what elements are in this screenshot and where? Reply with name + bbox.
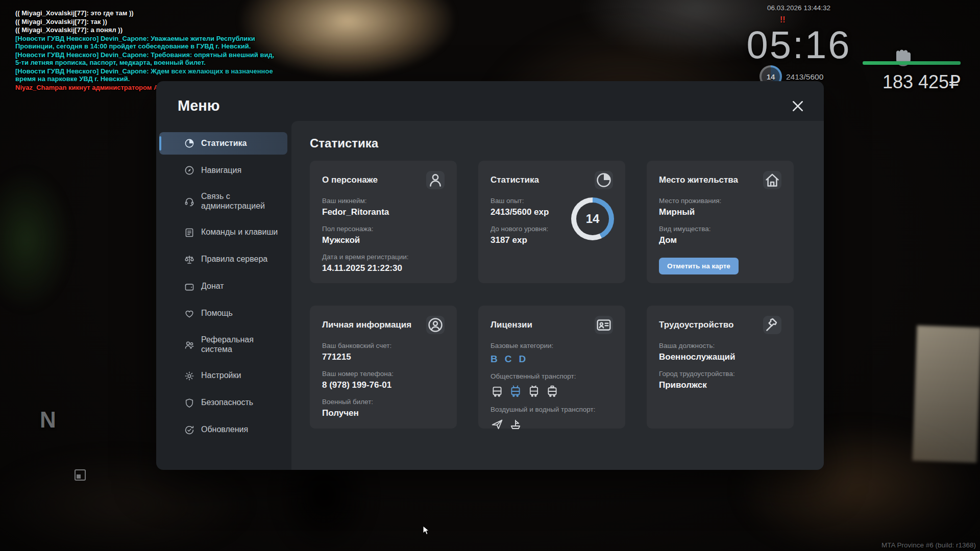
sidebar-item-navigation[interactable]: Навигация	[156, 159, 291, 182]
shield-icon	[184, 397, 195, 409]
gear-icon	[184, 370, 195, 382]
chat-line: (( Miyagi_Xovalskij[77]: так ))	[15, 18, 281, 26]
sidebar-item-security[interactable]: Безопасность	[156, 392, 291, 414]
card-title: Лицензии	[491, 320, 532, 330]
sidebar-item-label: Связь с администрацией	[201, 192, 286, 211]
house-icon	[763, 171, 781, 189]
build-info: MTA Province #6 (build: r1368)	[881, 541, 976, 549]
field-value: Мирный	[659, 207, 781, 217]
card-title: Личная информация	[322, 320, 411, 330]
field-label: Дата и время регистрации:	[322, 253, 445, 261]
field-label: Ваш никнейм:	[322, 197, 445, 205]
field-value: Дом	[659, 235, 781, 245]
hud-health-bar	[863, 61, 961, 65]
card-employment: Трудоустройство Ваша должность: Военносл…	[647, 306, 794, 429]
ship-icon	[509, 418, 522, 431]
wallet-icon	[184, 281, 195, 292]
sidebar-item-label: Реферальная система	[201, 335, 286, 355]
field-label: Ваша должность:	[659, 342, 781, 349]
sidebar-item-label: Обновления	[201, 425, 248, 435]
license-categories: BCD	[491, 354, 613, 365]
sidebar-item-label: Настройки	[201, 371, 241, 381]
pie-chart-icon	[184, 138, 195, 149]
field-value: Мужской	[322, 235, 445, 245]
trolleybus-icon	[509, 385, 522, 398]
license-category: D	[519, 354, 526, 365]
section-title: Статистика	[310, 136, 378, 151]
sidebar-item-help[interactable]: Помощь	[156, 303, 291, 325]
card-character: О персонаже Ваш никнейм: Fedor_Ritoranta…	[310, 161, 457, 283]
card-title: О персонаже	[322, 175, 378, 185]
sidebar-item-referral[interactable]: Реферальная система	[156, 330, 291, 360]
sidebar-item-label: Донат	[201, 282, 224, 291]
sidebar-item-label: Безопасность	[201, 398, 253, 408]
field-label: Ваш банковский счет:	[322, 342, 445, 349]
card-residence: Место жительства Место проживания: Мирны…	[647, 161, 794, 283]
person-circle-icon	[426, 316, 445, 334]
sidebar-item-label: Помощь	[201, 309, 233, 318]
hud-datetime: 06.03.2026 13:44:32	[743, 4, 855, 12]
field-label: Базовые категории:	[491, 342, 613, 349]
stats-level-value: 14	[586, 212, 600, 226]
plant-shape	[0, 168, 71, 311]
field-value: Приволжск	[659, 380, 781, 390]
hud-xp: 2413/5600	[786, 72, 823, 82]
field-label: Ваш номер телефона:	[322, 370, 445, 378]
game-screen: (( Miyagi_Xovalskij[77]: это где там ))(…	[0, 0, 980, 551]
minimap-icon	[75, 469, 86, 481]
chat-line: [Новости ГУВД Невского] Devin_Capone: Тр…	[15, 51, 281, 67]
menu-title: Меню	[178, 97, 220, 114]
sidebar-item-settings[interactable]: Настройки	[156, 365, 291, 387]
heart-icon	[184, 308, 195, 319]
field-value: 14.11.2025 21:22:30	[322, 263, 445, 273]
field-label: Вид имущества:	[659, 225, 781, 233]
sidebar-item-admin-contact[interactable]: Связь с администрацией	[156, 186, 291, 217]
hud-clock: 05:16	[743, 22, 855, 67]
hammer-icon	[763, 316, 781, 334]
close-button[interactable]	[790, 98, 805, 114]
field-label: Пол персонажа:	[322, 225, 445, 233]
card-title: Место жительства	[659, 175, 738, 185]
field-label: Воздушный и водный транспорт:	[491, 406, 613, 413]
card-stats: Статистика Ваш опыт: 2413/5600 exp До но…	[478, 161, 625, 283]
pie-chart-icon	[595, 171, 613, 189]
card-title: Статистика	[491, 175, 539, 185]
sidebar-item-statistics[interactable]: Статистика	[159, 132, 287, 155]
minimap-compass-n: N	[40, 407, 56, 433]
chat-line: [Новости ГУВД Невского] Devin_Capone: Ув…	[15, 35, 281, 51]
hud-money: 183 425₽	[847, 71, 961, 93]
tram-icon	[527, 385, 541, 398]
menu-sidebar: Статистика Навигация Связь с администрац…	[156, 132, 291, 441]
sidebar-item-label: Команды и клавиши	[201, 228, 278, 237]
field-label: До нового уровня:	[491, 225, 572, 233]
field-value: 2413/5600 exp	[491, 207, 572, 217]
door-shape	[912, 325, 980, 463]
sidebar-item-commands[interactable]: Команды и клавиши	[156, 221, 291, 244]
sidebar-item-label: Правила сервера	[201, 255, 267, 264]
menu-panel: Меню Статистика Навигация Связь с админи…	[156, 81, 824, 470]
sidebar-item-rules[interactable]: Правила сервера	[156, 248, 291, 271]
field-value: Получен	[322, 408, 445, 418]
chat-log: (( Miyagi_Xovalskij[77]: это где там ))(…	[15, 9, 281, 92]
field-value: Военнослужащий	[659, 352, 781, 362]
field-label: Военный билет:	[322, 398, 445, 406]
field-value: 771215	[322, 352, 445, 362]
bus-icon	[491, 385, 504, 398]
compass-icon	[184, 165, 195, 176]
people-icon	[184, 339, 195, 350]
license-category: C	[505, 354, 512, 365]
plane-icon	[491, 418, 504, 431]
field-value: 8 (978) 199-76-01	[322, 380, 445, 390]
minibus-icon	[546, 385, 559, 398]
sidebar-item-donate[interactable]: Донат	[156, 276, 291, 298]
chat-line: [Новости ГУВД Невского] Devin_Capone: Жд…	[15, 67, 281, 83]
sidebar-item-updates[interactable]: Обновления	[156, 419, 291, 441]
air-water-transport-icons	[491, 418, 613, 431]
chat-line: (( Miyagi_Xovalskij[77]: а понял ))	[15, 26, 281, 34]
mark-on-map-button[interactable]: Отметить на карте	[659, 258, 739, 274]
field-label: Место проживания:	[659, 197, 781, 205]
stats-card-grid: О персонаже Ваш никнейм: Fedor_Ritoranta…	[310, 161, 794, 429]
sidebar-item-label: Статистика	[201, 139, 247, 148]
public-transport-icons	[491, 385, 613, 398]
menu-content: Статистика О персонаже Ваш никнейм: Fedo…	[291, 121, 824, 470]
